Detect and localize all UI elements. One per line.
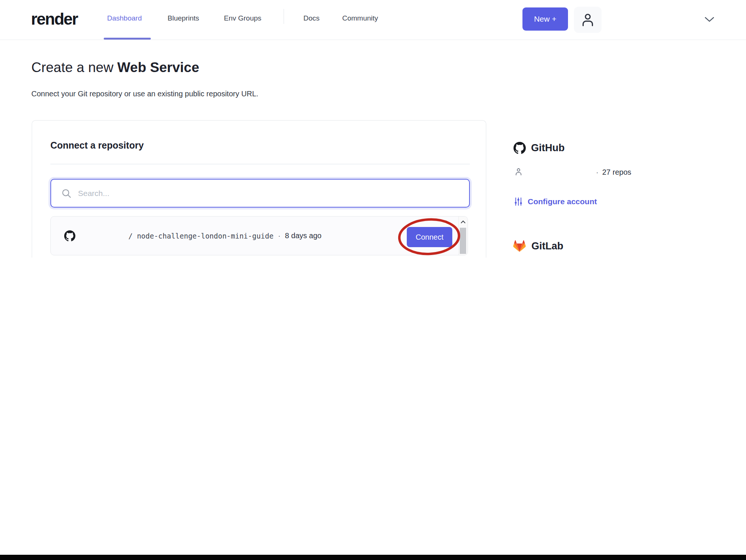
nav-item-community[interactable]: Community [342, 14, 378, 22]
page-subtitle: Connect your Git repository or use an ex… [31, 90, 258, 98]
chevron-down-icon[interactable] [703, 14, 716, 25]
user-icon [580, 11, 596, 28]
repos-count-value: 27 repos [602, 168, 631, 177]
repo-separator: · [278, 231, 281, 240]
active-tab-underline [104, 38, 151, 40]
github-account-row [514, 167, 523, 176]
nav-item-dashboard[interactable]: Dashboard [107, 14, 142, 22]
repos-count-separator: · [596, 168, 599, 177]
gitlab-title: GitLab [531, 240, 564, 252]
nav-item-env-groups[interactable]: Env Groups [224, 14, 261, 22]
repo-search-box [50, 179, 470, 208]
repo-row[interactable]: / node-challenge-london-mini-guide · 8 d… [51, 217, 458, 255]
gitlab-icon [513, 240, 526, 252]
new-button[interactable]: New + [522, 7, 568, 31]
page-canvas: render Dashboard Blueprints Env Groups D… [0, 0, 746, 560]
page-title: Create a new Web Service [31, 60, 199, 75]
repo-path: / node-challenge-london-mini-guide [128, 232, 274, 240]
connect-repository-card: Connect a repository / node-challenge-lo… [32, 120, 486, 258]
nav-item-docs[interactable]: Docs [303, 14, 319, 22]
nav-item-blueprints[interactable]: Blueprints [168, 14, 199, 22]
scroll-up-icon[interactable] [459, 217, 468, 227]
configure-account-link[interactable]: Configure account [514, 197, 597, 206]
card-heading: Connect a repository [50, 140, 144, 151]
nav-divider [284, 9, 284, 24]
github-title: GitHub [531, 142, 565, 154]
sliders-icon [514, 197, 522, 206]
search-icon [61, 188, 72, 199]
page-title-prefix: Create a new [31, 60, 117, 75]
github-section-header: GitHub [514, 142, 565, 154]
person-icon [514, 167, 523, 176]
top-navbar: render Dashboard Blueprints Env Groups D… [0, 0, 746, 40]
page-title-emphasis: Web Service [117, 60, 199, 75]
repo-list: / node-challenge-london-mini-guide · 8 d… [50, 216, 468, 255]
render-logo[interactable]: render [31, 10, 78, 28]
github-icon [514, 142, 526, 154]
configure-account-label: Configure account [528, 197, 597, 206]
scrollbar-thumb[interactable] [460, 228, 466, 254]
connect-button[interactable]: Connect [407, 227, 452, 247]
gitlab-section-header: GitLab [513, 240, 564, 252]
repo-updated: 8 days ago [285, 231, 322, 240]
card-divider [50, 164, 470, 164]
github-icon [64, 230, 75, 242]
list-scrollbar[interactable] [458, 217, 468, 255]
bottom-border-bar [0, 555, 746, 560]
user-avatar-button[interactable] [574, 7, 602, 33]
search-input[interactable] [78, 180, 469, 207]
repos-count: · 27 repos [596, 168, 631, 177]
